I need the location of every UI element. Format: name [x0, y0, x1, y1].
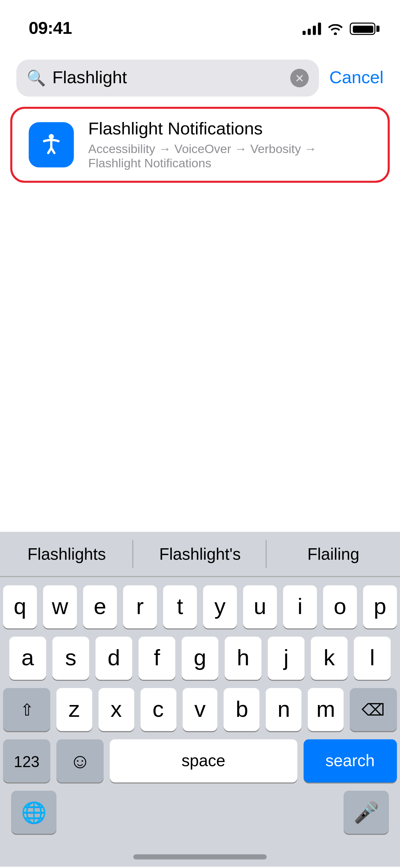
- result-text: Flashlight Notifications Accessibility →…: [88, 119, 371, 170]
- shift-key[interactable]: ⇧: [3, 688, 50, 731]
- keyboard-rows: q w e r t y u i o p a s d f g h j k l ⇧ …: [0, 577, 400, 846]
- status-icons: [303, 23, 379, 35]
- key-k[interactable]: k: [311, 637, 347, 680]
- key-y[interactable]: y: [203, 585, 237, 628]
- globe-key[interactable]: 🌐: [11, 791, 57, 834]
- key-p[interactable]: p: [363, 585, 397, 628]
- key-row-4: 123 ☺ space search: [3, 740, 397, 783]
- search-container: 🔍 Flashlight ✕ Cancel: [0, 51, 400, 104]
- search-bar[interactable]: 🔍 Flashlight ✕: [16, 60, 319, 97]
- key-e[interactable]: e: [83, 585, 117, 628]
- autocomplete-bar: Flashlights Flashlight's Flailing: [0, 532, 400, 577]
- status-time: 09:41: [29, 19, 72, 39]
- key-n[interactable]: n: [266, 688, 302, 731]
- autocomplete-item-0[interactable]: Flashlights: [0, 532, 133, 576]
- key-j[interactable]: j: [268, 637, 304, 680]
- key-h[interactable]: h: [225, 637, 261, 680]
- key-row-1: q w e r t y u i o p: [3, 585, 397, 628]
- key-t[interactable]: t: [163, 585, 197, 628]
- key-d[interactable]: d: [96, 637, 132, 680]
- result-breadcrumb: Accessibility → VoiceOver → Verbosity → …: [88, 142, 371, 170]
- key-m[interactable]: m: [308, 688, 343, 731]
- space-key[interactable]: space: [110, 740, 297, 783]
- key-c[interactable]: c: [140, 688, 176, 731]
- key-row-3: ⇧ z x c v b n m ⌫: [3, 688, 397, 731]
- signal-icon: [303, 23, 321, 35]
- accessibility-icon: [29, 122, 74, 168]
- key-s[interactable]: s: [53, 637, 89, 680]
- key-a[interactable]: a: [9, 637, 46, 680]
- mic-key[interactable]: 🎤: [343, 791, 389, 834]
- key-b[interactable]: b: [224, 688, 260, 731]
- key-u[interactable]: u: [243, 585, 277, 628]
- cancel-button[interactable]: Cancel: [329, 68, 384, 88]
- home-indicator: [0, 846, 400, 867]
- autocomplete-item-2[interactable]: Flailing: [267, 532, 400, 576]
- home-bar: [133, 854, 267, 859]
- key-o[interactable]: o: [323, 585, 357, 628]
- battery-icon: [350, 23, 379, 35]
- clear-button[interactable]: ✕: [290, 69, 309, 88]
- wifi-icon: [327, 23, 343, 35]
- key-row-5: 🌐 🎤: [3, 791, 397, 834]
- svg-point-0: [49, 134, 54, 140]
- numbers-key[interactable]: 123: [3, 740, 50, 783]
- search-icon: 🔍: [27, 69, 46, 88]
- key-f[interactable]: f: [139, 637, 175, 680]
- search-result-item[interactable]: Flashlight Notifications Accessibility →…: [10, 107, 390, 183]
- delete-key[interactable]: ⌫: [350, 688, 397, 731]
- key-l[interactable]: l: [354, 637, 391, 680]
- result-title: Flashlight Notifications: [88, 119, 371, 140]
- key-z[interactable]: z: [57, 688, 92, 731]
- key-v[interactable]: v: [182, 688, 218, 731]
- key-g[interactable]: g: [181, 637, 218, 680]
- key-r[interactable]: r: [123, 585, 157, 628]
- key-i[interactable]: i: [283, 585, 317, 628]
- key-w[interactable]: w: [43, 585, 77, 628]
- autocomplete-item-1[interactable]: Flashlight's: [133, 532, 267, 576]
- emoji-key[interactable]: ☺: [57, 740, 104, 783]
- key-x[interactable]: x: [98, 688, 134, 731]
- keyboard-area: Flashlights Flashlight's Flailing q w e …: [0, 532, 400, 866]
- key-row-2: a s d f g h j k l: [3, 637, 397, 680]
- status-bar: 09:41: [0, 0, 400, 51]
- search-key[interactable]: search: [303, 740, 397, 783]
- search-input[interactable]: Flashlight: [53, 68, 284, 88]
- key-q[interactable]: q: [3, 585, 37, 628]
